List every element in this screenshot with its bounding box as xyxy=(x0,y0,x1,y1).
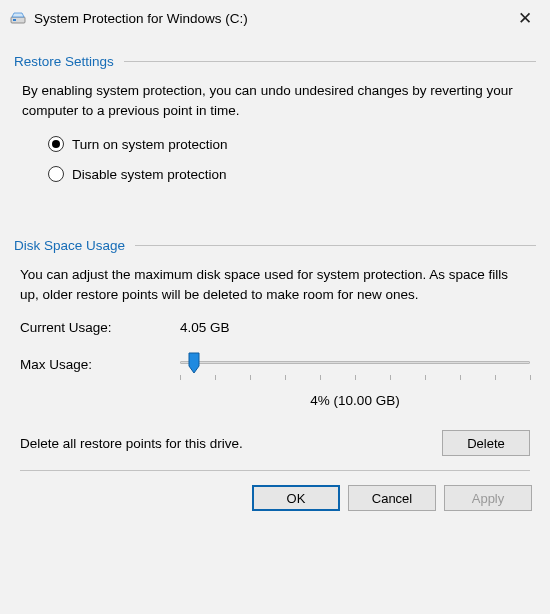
close-icon[interactable]: ✕ xyxy=(510,6,540,31)
delete-row: Delete all restore points for this drive… xyxy=(20,430,530,456)
section-label: Disk Space Usage xyxy=(14,238,125,253)
ok-button[interactable]: OK xyxy=(252,485,340,511)
divider-line xyxy=(135,245,536,246)
max-usage-label: Max Usage: xyxy=(20,353,180,372)
slider-ticks xyxy=(180,375,530,383)
divider xyxy=(20,470,530,471)
window-title: System Protection for Windows (C:) xyxy=(34,11,510,26)
radio-icon xyxy=(48,166,64,182)
max-usage-row: Max Usage: 4% (10.00 GB) xyxy=(20,353,530,408)
protection-radio-group: Turn on system protection Disable system… xyxy=(48,136,536,182)
section-restore-settings: Restore Settings xyxy=(14,54,536,69)
radio-disable[interactable]: Disable system protection xyxy=(48,166,536,182)
slider-track xyxy=(180,361,530,364)
slider-thumb[interactable] xyxy=(188,352,200,374)
disk-description: You can adjust the maximum disk space us… xyxy=(20,265,530,304)
max-usage-slider[interactable] xyxy=(180,353,530,373)
divider-line xyxy=(124,61,536,62)
radio-label: Turn on system protection xyxy=(72,137,228,152)
section-label: Restore Settings xyxy=(14,54,114,69)
drive-icon xyxy=(10,10,26,26)
apply-button[interactable]: Apply xyxy=(444,485,532,511)
current-usage-label: Current Usage: xyxy=(20,320,180,335)
delete-description: Delete all restore points for this drive… xyxy=(20,436,442,451)
slider-value-text: 4% (10.00 GB) xyxy=(180,393,530,408)
radio-turn-on[interactable]: Turn on system protection xyxy=(48,136,536,152)
titlebar: System Protection for Windows (C:) ✕ xyxy=(0,0,550,36)
radio-icon xyxy=(48,136,64,152)
dialog-buttons: OK Cancel Apply xyxy=(0,485,550,525)
cancel-button[interactable]: Cancel xyxy=(348,485,436,511)
current-usage-row: Current Usage: 4.05 GB xyxy=(20,320,530,335)
delete-button[interactable]: Delete xyxy=(442,430,530,456)
svg-rect-1 xyxy=(13,19,16,21)
radio-label: Disable system protection xyxy=(72,167,227,182)
restore-description: By enabling system protection, you can u… xyxy=(22,81,528,120)
section-disk-space-usage: Disk Space Usage xyxy=(14,238,536,253)
current-usage-value: 4.05 GB xyxy=(180,320,230,335)
